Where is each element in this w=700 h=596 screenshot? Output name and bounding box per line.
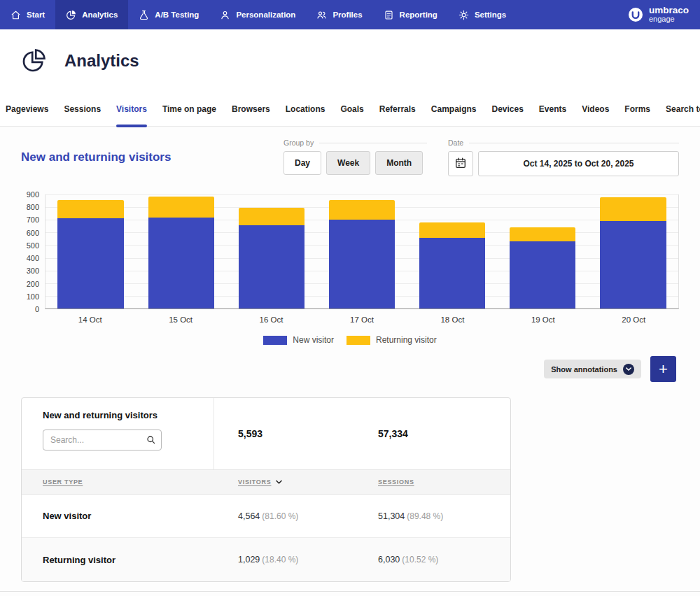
column-header-sessions[interactable]: SESSIONS (354, 478, 510, 485)
user-type-cell: New visitor (22, 511, 214, 521)
legend-item-new-visitor[interactable]: New visitor (263, 335, 334, 345)
y-axis-tick: 600 (27, 229, 39, 237)
date-label: Date (448, 139, 679, 147)
bar-group (588, 194, 678, 308)
calendar-icon (454, 157, 467, 171)
analytics-section-icon (21, 48, 46, 73)
column-header-visitors[interactable]: VISITORS (214, 478, 354, 485)
nav-item-label: Profiles (332, 10, 362, 19)
nav-item-profiles[interactable]: Profiles (306, 0, 372, 29)
sort-chevron-icon (276, 480, 282, 484)
total-visitors: 5,593 (214, 398, 354, 469)
tab-devices[interactable]: Devices (491, 92, 523, 126)
chart-y-axis: 9008007006005004003002001000 (21, 194, 45, 309)
search-input[interactable] (43, 430, 162, 450)
x-axis-label: 16 Oct (226, 315, 316, 324)
bar-group (136, 194, 226, 308)
bar-segment (148, 218, 214, 308)
group-by-week-button[interactable]: Week (326, 151, 370, 175)
bar-segment (510, 241, 575, 308)
bar-segment (329, 220, 395, 308)
chart-x-labels: 14 Oct15 Oct16 Oct17 Oct18 Oct19 Oct20 O… (45, 315, 679, 324)
bar-segment (510, 227, 575, 241)
report-icon (384, 10, 394, 20)
tab-goals[interactable]: Goals (340, 92, 363, 126)
y-axis-tick: 700 (27, 215, 39, 224)
bottom-divider (0, 591, 700, 592)
visitors-cell: 1,029(18.40 %) (214, 555, 354, 565)
bar-group (407, 194, 498, 308)
tab-browsers[interactable]: Browsers (232, 92, 270, 126)
nav-item-start[interactable]: Start (0, 0, 55, 29)
sessions-cell: 6,030(10.52 %) (354, 555, 510, 565)
bar-segment (419, 238, 485, 308)
bar-segment (419, 222, 485, 238)
search-box (43, 430, 162, 450)
date-range-input[interactable] (478, 151, 679, 176)
table-title: New and returning visitors (43, 410, 200, 420)
section-title: New and returning visitors (21, 150, 262, 164)
nav-item-label: Start (27, 10, 45, 19)
section-head: New and returning visitors Group by Day … (0, 127, 700, 176)
people-icon (316, 10, 327, 20)
group-by-day-button[interactable]: Day (284, 151, 321, 175)
bar-segment (148, 197, 214, 217)
bar-segment (329, 200, 395, 220)
flask-icon (139, 10, 149, 20)
x-axis-label: 20 Oct (589, 315, 679, 324)
tab-events[interactable]: Events (539, 92, 566, 126)
tab-locations[interactable]: Locations (286, 92, 326, 126)
umbraco-engage-logo: umbraco engage (628, 0, 700, 29)
bar-segment (57, 218, 123, 308)
x-axis-label: 15 Oct (135, 315, 225, 324)
tab-pageviews[interactable]: Pageviews (6, 92, 48, 126)
gear-icon (458, 10, 469, 20)
page-header: Analytics (0, 29, 700, 92)
page-title: Analytics (64, 51, 139, 71)
summary-table-card: New and returning visitors 5,593 57,334 … (21, 397, 511, 582)
total-sessions: 57,334 (354, 398, 510, 469)
nav-item-label: Personalization (236, 10, 295, 19)
column-header-user-type[interactable]: USER TYPE (22, 478, 214, 485)
legend-label: Returning visitor (376, 335, 437, 345)
tab-sessions[interactable]: Sessions (64, 92, 101, 126)
y-axis-tick: 800 (27, 203, 39, 211)
tab-videos[interactable]: Videos (582, 92, 609, 126)
nav-item-ab-testing[interactable]: A/B Testing (128, 0, 209, 29)
nav-item-reporting[interactable]: Reporting (373, 0, 448, 29)
visitors-section: New and returning visitors Group by Day … (0, 127, 700, 596)
legend-swatch-new-visitor (263, 336, 287, 345)
table-row-new-visitor: New visitor 4,564(81.60 %) 51,304(89.48 … (22, 495, 510, 538)
tab-search-terms[interactable]: Search terms (666, 92, 700, 126)
legend-swatch-returning-visitor (346, 336, 370, 345)
y-axis-tick: 200 (27, 280, 39, 288)
y-axis-tick: 400 (27, 254, 39, 262)
legend-item-returning-visitor[interactable]: Returning visitor (346, 335, 437, 345)
date-control: Date (448, 139, 679, 176)
tab-campaigns[interactable]: Campaigns (431, 92, 477, 126)
show-annotations-button[interactable]: Show annotations (544, 360, 641, 378)
tab-referrals[interactable]: Referrals (379, 92, 416, 126)
legend-label: New visitor (293, 335, 334, 345)
tab-bar: Pageviews Sessions Visitors Time on page… (0, 92, 700, 127)
tab-forms[interactable]: Forms (624, 92, 650, 126)
nav-item-personalization[interactable]: Personalization (209, 0, 306, 29)
add-chart-button[interactable]: + (650, 356, 676, 382)
group-by-control: Group by Day Week Month (284, 139, 427, 175)
nav-item-settings[interactable]: Settings (448, 0, 517, 29)
visitors-chart: 9008007006005004003002001000 14 Oct15 Oc… (0, 194, 700, 345)
top-nav: Start Analytics A/B Testing Personalizat… (0, 0, 700, 29)
home-icon (10, 10, 21, 20)
chart-plot (45, 194, 679, 309)
table-header-row: USER TYPE VISITORS SESSIONS (22, 469, 510, 495)
group-by-month-button[interactable]: Month (375, 151, 423, 175)
bar-segment (600, 221, 666, 308)
umbraco-logo-icon (628, 7, 643, 22)
calendar-button[interactable] (448, 151, 473, 176)
nav-item-analytics[interactable]: Analytics (55, 0, 128, 29)
tab-time-on-page[interactable]: Time on page (162, 92, 216, 126)
nav-item-label: Analytics (82, 10, 118, 19)
tab-visitors[interactable]: Visitors (116, 92, 147, 126)
person-icon (220, 10, 230, 20)
annotations-row: Show annotations + (0, 356, 700, 382)
